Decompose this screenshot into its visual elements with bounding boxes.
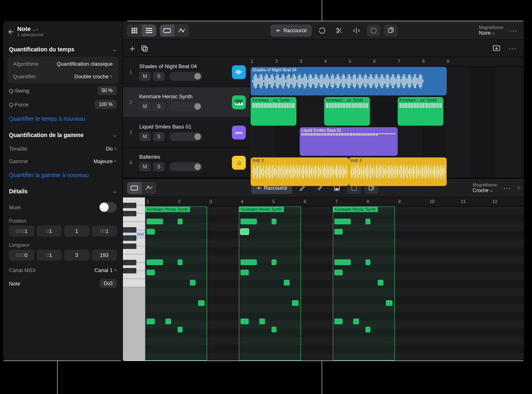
drums-track-icon[interactable]: ♫ (232, 156, 246, 170)
midi-note[interactable] (147, 259, 163, 265)
synth-track-icon[interactable] (232, 95, 246, 109)
qswing-value[interactable]: 50 % (98, 86, 117, 95)
section-time-quant[interactable]: Quantification du temps ⌄ (3, 40, 122, 57)
more-icon[interactable]: ⋯ (507, 26, 520, 35)
piano-grid[interactable]: Kenmare Heroic Synth Kenmare Heroic Synt… (145, 206, 524, 361)
midi-note[interactable] (147, 229, 155, 235)
piano-keyboard[interactable]: Do3 (123, 197, 145, 361)
len-beat[interactable]: 01 (37, 250, 62, 261)
mute-toggle[interactable] (99, 202, 117, 212)
midi-note[interactable] (147, 319, 155, 324)
midi-note[interactable] (198, 300, 205, 306)
midi-note[interactable] (334, 229, 343, 235)
midi-note[interactable] (365, 327, 370, 332)
qforce-value[interactable]: 100 % (95, 100, 117, 109)
section-details[interactable]: Détails ⌄ (3, 182, 122, 199)
row-key[interactable]: Tonalité Do⇅ (3, 142, 122, 155)
midi-note[interactable] (240, 229, 249, 235)
midi-note[interactable] (334, 219, 351, 224)
requantize-time-button[interactable]: Quantifier le temps à nouveau (3, 111, 122, 126)
midi-note[interactable] (334, 270, 343, 275)
pos-bar[interactable]: 00000011 (9, 226, 34, 237)
pos-beat[interactable]: 01 (37, 226, 62, 237)
midi-note[interactable] (365, 259, 370, 265)
drag-handle-icon[interactable]: ≡ (517, 184, 520, 192)
mute-button[interactable]: M (139, 72, 151, 81)
midi-note[interactable] (240, 270, 249, 275)
midi-note[interactable] (259, 319, 265, 324)
len-div[interactable]: 3 (64, 250, 89, 261)
audio-track-icon[interactable] (232, 65, 246, 79)
track-row[interactable]: 1 Shades of Night Beat 04 M S (123, 57, 250, 87)
pos-div[interactable]: 1 (64, 226, 89, 237)
midi-note[interactable] (178, 327, 183, 332)
volume-slider[interactable] (169, 102, 202, 111)
midi-note[interactable] (147, 219, 163, 224)
piano-ruler[interactable]: 123456789101112 (145, 197, 524, 206)
solo-button[interactable]: S (153, 102, 165, 111)
region-midi[interactable]: Kenmare…oic Synth (324, 97, 370, 126)
volume-slider[interactable] (169, 132, 202, 141)
track-row[interactable]: 3 Liquid Smiles Bass 01 M S (123, 117, 250, 148)
region-midi[interactable]: Kenmare…oic Synth (251, 97, 296, 126)
midi-note[interactable] (178, 219, 183, 224)
grid-view-icon[interactable] (127, 24, 142, 37)
arrange-ruler[interactable]: 123456789 (251, 57, 524, 67)
region-view-icon[interactable] (160, 24, 174, 37)
midi-note[interactable] (284, 280, 289, 286)
row-scale[interactable]: Gamme Majeure⇅ (3, 155, 122, 168)
pos-tick[interactable]: 001 (92, 226, 117, 237)
volume-slider[interactable] (169, 72, 202, 81)
midi-note[interactable] (272, 327, 276, 332)
midi-note[interactable] (178, 259, 183, 265)
back-arrow-icon[interactable] (7, 27, 15, 35)
import-icon[interactable] (493, 45, 500, 52)
midi-note[interactable] (353, 319, 359, 324)
loop-icon[interactable] (315, 24, 329, 37)
editor-more-icon[interactable]: ⋯ (501, 183, 514, 193)
volume-slider[interactable] (169, 162, 202, 171)
chevron-updown-icon[interactable]: ▲▼ (32, 28, 39, 32)
midi-note[interactable] (365, 219, 370, 224)
midi-note[interactable] (378, 280, 383, 286)
region-midi[interactable]: Kenmare…oic Synth (398, 97, 443, 126)
midi-note[interactable] (272, 219, 276, 224)
midi-note[interactable] (292, 300, 298, 306)
track-more-icon[interactable]: ⋯ (506, 44, 519, 53)
automation-view-icon[interactable] (142, 182, 156, 194)
midi-note[interactable] (240, 219, 257, 224)
midi-note[interactable] (165, 319, 171, 324)
midi-note[interactable] (147, 270, 155, 275)
mute-button[interactable]: M (139, 132, 151, 141)
snap-control[interactable]: Magnétisme Noire ⇅ (479, 25, 503, 36)
automation-view-icon[interactable] (174, 24, 189, 37)
region-audio[interactable]: Instr 3 (349, 157, 447, 186)
duplicate-track-icon[interactable] (141, 45, 148, 52)
row-midi-channel[interactable]: Canal MIDI Canal 1⇅ (3, 264, 122, 277)
arrange-area[interactable]: 123456789 Shades of Night Beat 04 Kenmar… (250, 57, 524, 178)
tool-pill[interactable]: Raccourcir (270, 24, 312, 37)
solo-button[interactable]: S (153, 72, 165, 81)
inspector-header[interactable]: Note ▲▼ 1 sélectionné (3, 21, 122, 40)
midi-note[interactable] (240, 319, 249, 324)
editor-snap-control[interactable]: Magnétisme Croche ⇅ (473, 182, 497, 193)
len-tick[interactable]: 193 (92, 250, 117, 261)
region-audio[interactable]: Shades of Night Beat 04 (251, 67, 447, 95)
midi-note[interactable] (240, 259, 257, 265)
mute-button[interactable]: M (139, 162, 151, 171)
scissors-icon[interactable] (332, 24, 346, 37)
region-midi[interactable]: Liquid Smiles Bass 01 (300, 127, 398, 156)
solo-button[interactable]: S (153, 132, 165, 141)
note-value[interactable]: Do3 (100, 279, 117, 288)
midi-note[interactable] (386, 300, 392, 306)
section-scale-quant[interactable]: Quantification de la gamme ⌄ (3, 126, 122, 142)
region-view-icon[interactable] (127, 182, 142, 194)
split-icon[interactable] (349, 24, 363, 37)
marquee-icon[interactable] (367, 24, 381, 37)
row-algorithm[interactable]: Algorithme Quantification classique (7, 58, 118, 70)
midi-note[interactable] (272, 259, 276, 265)
midi-note[interactable] (334, 319, 343, 324)
track-row[interactable]: 2 Kenmare Heroic Synth M S (123, 87, 250, 117)
row-quantize[interactable]: Quantifier Double croche⇅ (7, 70, 118, 83)
midi-note[interactable] (334, 259, 351, 265)
